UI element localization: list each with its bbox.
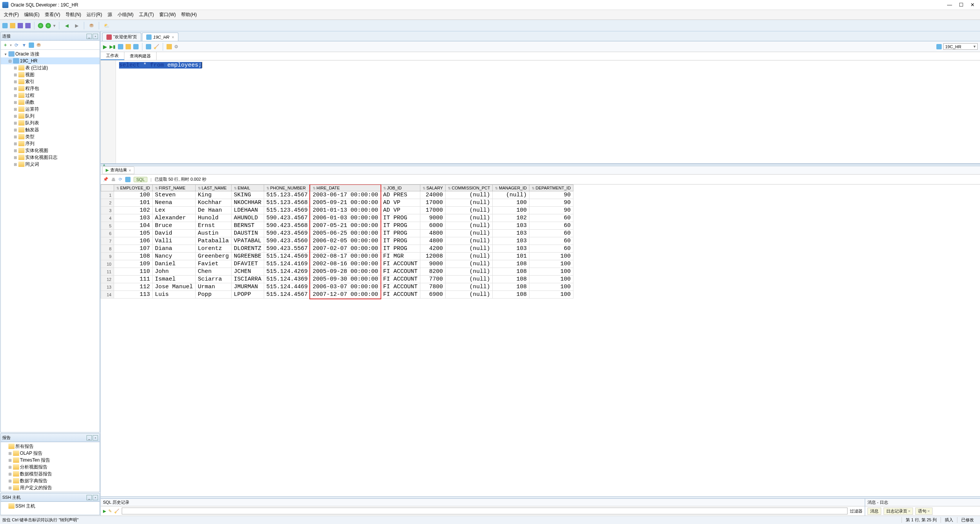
tree-node[interactable]: ⊞运算符 [1,106,100,113]
column-header[interactable]: ⇅HIRE_DATE [310,185,381,191]
forward-icon[interactable]: ▶ [73,22,80,29]
close-icon[interactable]: × [129,168,131,173]
menu-item[interactable]: 导航(N) [63,11,83,19]
connection-selector[interactable]: 19C_HR ▾ [943,43,978,50]
close-button[interactable]: ✕ [970,2,975,8]
pin-icon[interactable]: 📌 [103,177,108,182]
print-icon[interactable]: 🖶 [111,177,116,182]
table-row[interactable]: 14113LuisPoppLPOPP515.124.45672007-12-07… [101,291,573,299]
column-header[interactable]: ⇅COMMISSION_PCT [446,185,493,191]
table-row[interactable]: 7106ValliPataballaVPATABAL590.423.456020… [101,237,573,245]
tree-node[interactable]: ⊞队列表 [1,119,100,126]
column-header[interactable]: ⇅JOB_ID [381,185,420,191]
column-header[interactable]: ⇅PHONE_NUMBER [264,185,310,191]
menu-item[interactable]: 运行(R) [84,11,105,19]
panel-minimize-icon[interactable]: _ [87,495,92,500]
refresh-icon[interactable]: ⟳ [13,42,20,48]
tree-node[interactable]: ⊞同义词 [1,161,100,168]
column-header[interactable]: ⇅EMPLOYEE_ID [114,185,153,191]
table-row[interactable]: 11110JohnChenJCHEN515.124.42692005-09-28… [101,268,573,276]
tree-node[interactable]: ⊞实体化视图日志 [1,154,100,161]
panel-minimize-icon[interactable]: _ [87,435,92,441]
messages-tab[interactable]: 消息 [867,508,881,515]
column-header[interactable]: ⇅DEPARTMENT_ID [529,185,573,191]
commit-icon[interactable] [133,44,139,49]
menu-item[interactable]: 窗口(W) [157,11,178,19]
tree-node[interactable]: ⊞数据字典报告 [1,477,100,484]
table-row[interactable]: 10109DanielFavietDFAVIET515.124.41692002… [101,260,573,268]
table-row[interactable]: 12111IsmaelSciarraISCIARRA515.124.436920… [101,276,573,283]
panel-close-icon[interactable]: ▫ [93,435,98,441]
connections-tree[interactable]: ▾Oracle 连接 ⊟19C_HR ⊞表 (已过滤)⊞视图⊞索引⊞程序包⊞过程… [1,50,100,432]
history-clear-icon[interactable]: 🧹 [114,509,119,514]
menu-item[interactable]: 查看(V) [42,11,62,19]
filter-icon[interactable]: ▼ [21,42,27,48]
menu-item[interactable]: 小组(M) [115,11,136,19]
table-row[interactable]: 2101NeenaKochharNKOCHHAR515.123.45682005… [101,199,573,207]
snippets-icon[interactable]: ⚙ [174,44,178,49]
tree-node[interactable]: ⊞函数 [1,99,100,106]
table-row[interactable]: 3102LexDe HaanLDEHAAN515.123.45692001-01… [101,207,573,214]
cloud-icon[interactable]: ⛅ [103,22,110,29]
table-row[interactable]: 4103AlexanderHunoldAHUNOLD590.423.456720… [101,214,573,222]
panel-close-icon[interactable]: ▫ [93,495,98,500]
reports-tree[interactable]: 所有报告 ⊞OLAP 报告⊞TimesTen 报告⊞分析视图报告⊞数据模型器报告… [1,442,100,492]
column-header[interactable]: ⇅MANAGER_ID [493,185,529,191]
subtab-query-builder[interactable]: 查询构建器 [124,52,157,60]
table-row[interactable]: 8107DianaLorentzDLORENTZ590.423.55672007… [101,245,573,253]
history-run-icon[interactable]: ▶ [103,509,106,514]
menu-item[interactable]: 源 [105,11,114,19]
horizontal-splitter[interactable] [101,164,980,166]
tree-node[interactable]: ⊞触发器 [1,126,100,133]
tree-node[interactable]: ⊞序列 [1,140,100,147]
statements-tab[interactable]: 语句 × [915,508,932,515]
tab-welcome[interactable]: “欢迎使用”页 [102,33,141,41]
import-icon[interactable]: ⛃ [36,42,42,48]
panel-minimize-icon[interactable]: _ [87,34,92,39]
tree-node[interactable]: ⊞OLAP 报告 [1,450,100,457]
history-delete-icon[interactable]: ✎ [108,509,112,514]
db-nav-icon[interactable]: ⛃ [88,22,95,29]
history-filter-input[interactable] [122,508,848,514]
connection-node[interactable]: ⊟19C_HR [1,57,100,64]
redo-icon[interactable] [46,23,51,28]
column-header[interactable]: ⇅SALARY [420,185,445,191]
undo-icon[interactable] [38,23,43,28]
tree-node[interactable]: ⊞实体化视图 [1,147,100,154]
tree-node[interactable]: ⊞分析视图报告 [1,464,100,470]
export-icon[interactable] [125,177,131,182]
tab-worksheet[interactable]: 19C_HR × [142,33,178,41]
run-script-icon[interactable]: ▶▮ [109,44,116,49]
tree-node[interactable]: ⊞程序包 [1,85,100,92]
tree-node[interactable]: ⊞TimesTen 报告 [1,457,100,464]
tree-node[interactable]: ⊞数据模型器报告 [1,470,100,477]
table-row[interactable]: 9108NancyGreenbergNGREENBE515.124.456920… [101,253,573,260]
save-icon[interactable] [18,23,23,28]
menu-item[interactable]: 工具(T) [137,11,156,19]
tree-node[interactable]: ⊞用户定义的报告 [1,484,100,491]
column-header[interactable]: ⇅LAST_NAME [195,185,231,191]
column-header[interactable]: ⇅EMAIL [231,185,264,191]
table-row[interactable]: 6105DavidAustinDAUSTIN590.423.45692005-0… [101,230,573,237]
clear-icon[interactable]: 🧹 [154,44,159,49]
new-connection-icon[interactable]: ＋ [2,42,8,48]
results-grid[interactable]: ⇅EMPLOYEE_ID⇅FIRST_NAME⇅LAST_NAME⇅EMAIL⇅… [101,184,980,496]
table-row[interactable]: 13112Jose ManuelUrmanJMURMAN515.124.4469… [101,283,573,291]
tns-icon[interactable] [29,42,34,48]
sql-history-icon[interactable] [167,44,172,49]
autotrace-icon[interactable] [126,44,131,49]
save-all-icon[interactable] [25,23,31,28]
tree-node[interactable]: ⊞表 (已过滤) [1,64,100,71]
menu-item[interactable]: 帮助(H) [179,11,199,19]
tree-node[interactable]: ⊞视图 [1,71,100,78]
ssh-tree[interactable]: SSH 主机 [1,502,100,515]
open-icon[interactable] [10,23,15,28]
tree-node[interactable]: ⊞索引 [1,78,100,85]
close-icon[interactable]: × [172,35,174,39]
tree-node[interactable]: ⊞过程 [1,92,100,99]
menu-item[interactable]: 编辑(E) [22,11,42,19]
logging-tab[interactable]: 日志记录页 × [884,508,913,515]
back-icon[interactable]: ◀ [63,22,70,29]
maximize-button[interactable]: ☐ [959,2,964,8]
rollback-icon[interactable] [146,44,151,49]
